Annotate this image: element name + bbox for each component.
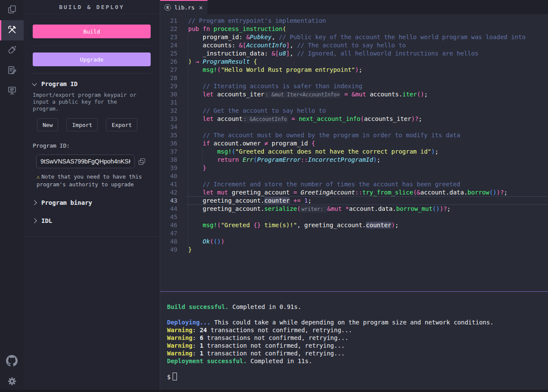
activity-programs[interactable] [0, 81, 24, 101]
code-line[interactable]: 37 msg!("Greeted account does not have t… [160, 148, 548, 156]
code-line[interactable]: 42 let mut greeting_account = GreetingAc… [160, 188, 548, 197]
terminal-prompt[interactable]: $ [167, 373, 548, 380]
code-line[interactable]: 30 let accounts_iter: &mut Iter<AccountI… [160, 90, 548, 99]
close-icon[interactable]: × [199, 4, 203, 12]
line-number: 46 [160, 221, 177, 229]
program-id-description: Import/export program keypair or input a… [33, 92, 145, 112]
code-line[interactable]: 27 msg!("Hello World Rust program entryp… [160, 66, 548, 74]
copy-icon[interactable] [139, 158, 145, 165]
code-line[interactable]: 31 [160, 99, 548, 107]
code-line-text: } [188, 164, 206, 172]
terminal-line: Warning: 6 transactions not confirmed, r… [167, 334, 548, 342]
code-line[interactable]: 38 return Err(ProgramError::IncorrectPro… [160, 156, 548, 164]
bottom-bar [0, 390, 548, 392]
line-number: 39 [160, 164, 177, 172]
program-id-section-toggle[interactable]: Program ID [33, 80, 151, 87]
terminal-line [167, 365, 548, 373]
line-number: 30 [160, 90, 177, 99]
line-number: 49 [160, 246, 177, 254]
gear-icon [7, 376, 17, 388]
line-number: 27 [160, 66, 177, 74]
program-binary-section-toggle[interactable]: Program binary [33, 199, 151, 206]
build-button[interactable]: Build [33, 25, 151, 38]
code-line-text: greeting_account.serialize(writer: &mut … [188, 205, 451, 213]
line-number: 42 [160, 188, 177, 197]
upgrade-button[interactable]: Upgrade [33, 52, 151, 66]
code-line[interactable]: 24 accounts: &[AccountInfo], // The acco… [160, 41, 548, 49]
program-id-input-label: Program ID: [33, 142, 151, 149]
program-id-input[interactable] [36, 154, 135, 168]
import-keypair-button[interactable]: Import [66, 118, 98, 131]
code-line[interactable]: 33 let account: &AccountInfo = next_acco… [160, 115, 548, 123]
code-line[interactable]: 21// Program entrypoint's implementation [160, 17, 548, 25]
code-line[interactable]: 23 program_id: &Pubkey, // Public key of… [160, 33, 548, 41]
terminal[interactable]: Build successful. Completed in 0.91s. De… [160, 291, 548, 392]
code-line[interactable]: 49} [160, 246, 548, 254]
idl-section-toggle[interactable]: IDL [33, 217, 151, 224]
activity-tutorials[interactable] [0, 61, 24, 81]
export-keypair-button[interactable]: Export [106, 118, 137, 131]
files-icon [7, 4, 17, 16]
panel-title: BUILD & DEPLOY [24, 0, 160, 14]
activity-test[interactable] [0, 40, 24, 61]
line-number: 40 [160, 172, 177, 180]
code-line-text: pub fn process_instruction( [188, 25, 286, 33]
terminal-line: Warning: 1 transaction not confirmed, re… [167, 342, 548, 349]
line-number: 36 [160, 139, 177, 148]
activity-github[interactable] [0, 352, 24, 372]
code-line[interactable]: 45 [160, 213, 548, 221]
code-line[interactable]: 41 // Increment and store the number of … [160, 180, 548, 188]
program-id-input-row [36, 154, 151, 168]
code-line[interactable]: 46 msg!("Greeted {} time(s)!", greeting_… [160, 221, 548, 229]
code-line-text: } [188, 246, 192, 254]
code-line[interactable]: 36 if account.owner ≠ program_id { [160, 139, 548, 148]
terminal-cursor [173, 373, 177, 380]
code-line[interactable]: 48 Ok(()) [160, 238, 548, 246]
line-number: 24 [160, 41, 177, 49]
github-icon [6, 355, 18, 368]
code-line[interactable]: 29 // Iterating accounts is safer than i… [160, 82, 548, 90]
code-line-text: if account.owner ≠ program_id { [188, 139, 315, 148]
activity-bar [0, 0, 24, 392]
side-panel: BUILD & DEPLOY Build Upgrade Program ID … [24, 0, 160, 392]
line-number: 45 [160, 213, 177, 221]
activity-settings[interactable] [0, 372, 24, 392]
code-line[interactable]: 47 [160, 229, 548, 238]
solana-playground-app: BUILD & DEPLOY Build Upgrade Program ID … [0, 0, 548, 392]
code-line-text: program_id: &Pubkey, // Public key of th… [188, 33, 526, 41]
new-keypair-button[interactable]: New [37, 118, 58, 131]
build-deploy-panel: Build Upgrade Program ID Import/export p… [24, 14, 160, 237]
program-id-section-title: Program ID [41, 80, 77, 87]
code-editor[interactable]: 21// Program entrypoint's implementation… [160, 14, 548, 291]
code-line[interactable]: 26) → ProgramResult { [160, 58, 548, 66]
activity-build-deploy[interactable] [0, 20, 24, 40]
code-line-text: return Err(ProgramError::IncorrectProgra… [188, 156, 381, 164]
rust-file-icon: R [164, 4, 171, 11]
code-line-text: // Increment and store the number of tim… [188, 180, 460, 188]
tab-label: lib.rs [174, 4, 195, 11]
code-line[interactable]: 35 // The account must be owned by the p… [160, 131, 548, 139]
code-line-text: accounts: &[AccountInfo], // The account… [188, 41, 406, 49]
editor-column: R lib.rs × 21// Program entrypoint's imp… [160, 0, 548, 392]
line-number: 35 [160, 131, 177, 139]
code-line[interactable]: 25 _instruction_data: &[u8], // Ignored,… [160, 49, 548, 58]
code-line[interactable]: 22pub fn process_instruction( [160, 25, 548, 33]
activity-explorer[interactable] [0, 0, 24, 20]
code-line[interactable]: 44 greeting_account.serialize(writer: &m… [160, 205, 548, 213]
code-line[interactable]: 40 [160, 172, 548, 180]
tab-librs[interactable]: R lib.rs × [160, 0, 207, 14]
line-number: 21 [160, 17, 177, 25]
code-line-text: greeting_account.counter += 1; [188, 197, 312, 205]
tab-bar: R lib.rs × [160, 0, 548, 14]
code-line-text: // Iterating accounts is safer than inde… [188, 82, 362, 90]
code-line[interactable]: 34 [160, 123, 548, 131]
code-line[interactable]: 28 [160, 74, 548, 82]
code-line[interactable]: 39 } [160, 164, 548, 172]
program-id-actions: New Import Export [37, 118, 151, 131]
code-line-text: msg!("Hello World Rust program entrypoin… [188, 66, 362, 74]
code-line[interactable]: 43 greeting_account.counter += 1; [160, 197, 548, 205]
authority-warning: ⚠Note that you need to have this program… [37, 173, 145, 188]
code-line[interactable]: 32 // Get the account to say hello to [160, 107, 548, 115]
code-line-text: // Get the account to say hello to [188, 107, 326, 115]
line-number: 25 [160, 49, 177, 58]
